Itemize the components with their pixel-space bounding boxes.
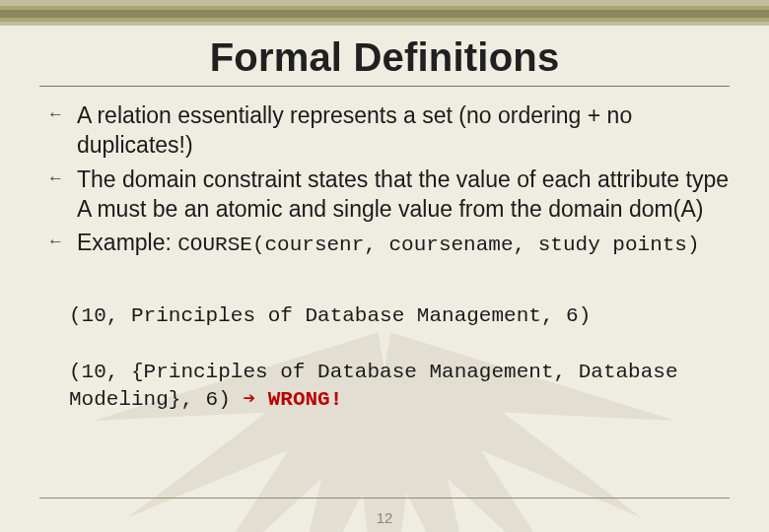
- example-ok: (10, Principles of Database Management, …: [69, 302, 730, 329]
- examples-block: (10, Principles of Database Management, …: [39, 302, 730, 413]
- example-wrong-prefix: Modeling}, 6): [69, 388, 243, 411]
- example-wrong: (10, {Principles of Database Management,…: [69, 359, 730, 413]
- bullet-item: The domain constraint states that the va…: [45, 165, 730, 225]
- bullet-item: Example: COURSE(coursenr, coursename, st…: [45, 228, 730, 259]
- slide-title: Formal Definitions: [39, 35, 730, 80]
- footer-rule: [39, 498, 730, 499]
- code-inline: COURSE(coursenr, coursename, study point…: [177, 233, 699, 256]
- example-wrong-line2: Modeling}, 6) ➔ WRONG!: [69, 386, 730, 413]
- top-border-decoration: [0, 0, 769, 26]
- bullet-text: Example:: [77, 230, 177, 255]
- example-wrong-line1: (10, {Principles of Database Management,…: [69, 359, 730, 385]
- slide-number: 12: [0, 509, 769, 526]
- arrow-right-icon: ➔: [243, 388, 255, 411]
- slide-container: Formal Definitions A relation essentiall…: [0, 0, 769, 532]
- bullet-item: A relation essentially represents a set …: [45, 100, 730, 161]
- content-area: Formal Definitions A relation essentiall…: [0, 26, 769, 413]
- wrong-label: WRONG!: [255, 388, 342, 411]
- bullet-list: A relation essentially represents a set …: [39, 100, 730, 259]
- title-rule: [39, 86, 730, 87]
